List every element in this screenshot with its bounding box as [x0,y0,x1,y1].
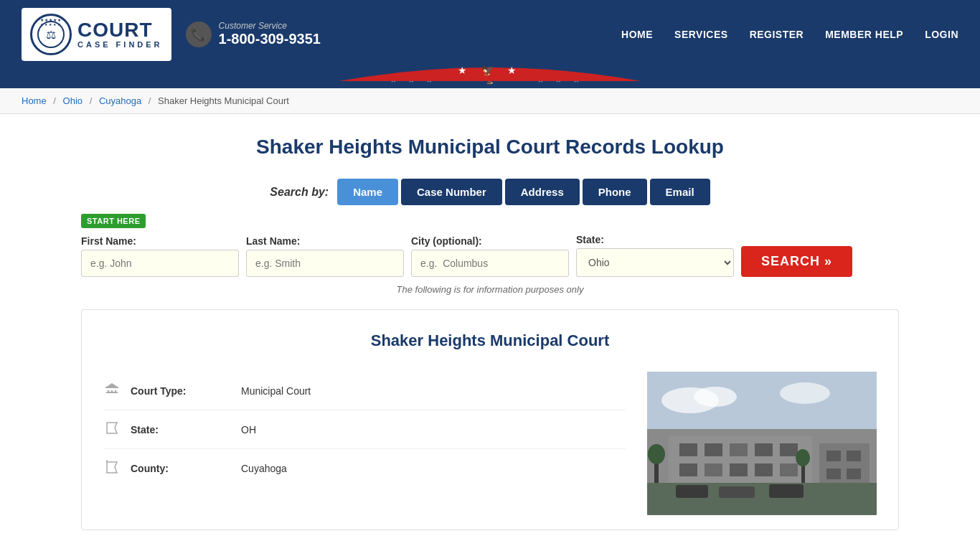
stars-eagle-strip: ★ ★ ★ 🦅 ★ ★ ★ [382,68,598,88]
court-building-image [647,372,877,515]
svg-point-50 [648,444,665,464]
county-icon [103,459,121,477]
logo-brand-bottom: CASE FINDER [77,40,163,49]
svg-rect-48 [769,484,804,498]
stars-strip: ★ ★ ★ 🦅 ★ ★ ★ [0,68,980,88]
svg-rect-35 [679,463,697,476]
svg-rect-16 [115,390,116,392]
svg-rect-15 [111,390,113,392]
svg-marker-21 [107,462,117,473]
search-by-label: Search by: [270,186,329,199]
state-select[interactable]: Ohio Alabama Alaska Arizona Arkansas Cal… [576,248,734,277]
svg-rect-30 [679,443,697,456]
customer-service-label: Customer Service [219,21,321,31]
svg-rect-33 [755,443,773,456]
svg-rect-42 [847,451,861,461]
first-name-label: First Name: [81,235,239,247]
state-icon [103,420,121,438]
svg-rect-14 [108,390,109,392]
logo: ⚖ ★★★★★ COURT CASE FINDER [22,8,171,61]
phone-number: 1-800-309-9351 [219,31,321,47]
city-input[interactable] [411,250,569,277]
tab-phone[interactable]: Phone [583,179,647,205]
svg-rect-34 [780,443,798,456]
tab-email[interactable]: Email [650,179,710,205]
state-group: State: Ohio Alabama Alaska Arizona Arkan… [576,234,734,277]
header-phone: 📞 Customer Service 1-800-309-9351 [186,21,321,47]
svg-rect-13 [106,392,118,393]
svg-rect-31 [705,443,722,456]
svg-text:★: ★ [425,75,433,85]
main-content: Shaker Heights Municipal Court Records L… [60,114,920,545]
svg-rect-32 [730,443,748,456]
breadcrumb-sep-1: / [53,95,56,106]
nav-member-help[interactable]: MEMBER HELP [825,29,903,40]
court-card: Shaker Heights Municipal Court Court Typ… [81,309,899,530]
svg-text:★★★★★: ★★★★★ [40,22,62,27]
last-name-label: Last Name: [246,235,404,247]
breadcrumb-sep-3: / [149,95,151,106]
first-name-input[interactable] [81,250,239,277]
first-name-group: First Name: [81,235,239,277]
phone-icon: 📞 [186,22,212,47]
breadcrumb-cuyahoga[interactable]: Cuyahoga [99,95,141,106]
logo-emblem: ⚖ ★★★★★ [30,14,72,55]
state-label: State: [576,234,734,245]
table-row: State: OH [103,410,626,449]
nav-login[interactable]: LOGIN [925,29,958,40]
header-nav: HOME SERVICES REGISTER MEMBER HELP LOGIN [621,29,958,40]
county-label: County: [131,463,231,474]
table-row: County: Cuyahoga [103,449,626,487]
logo-text: COURT CASE FINDER [77,20,163,49]
court-info-table: Court Type: Municipal Court State: OH Co… [103,372,626,515]
svg-rect-44 [847,468,861,479]
svg-text:🦅: 🦅 [484,73,497,85]
breadcrumb-ohio[interactable]: Ohio [63,95,83,106]
svg-rect-38 [755,463,773,476]
svg-text:★: ★ [555,75,562,85]
search-button[interactable]: SEARCH » [741,246,852,277]
svg-text:★: ★ [573,75,580,85]
start-here-label: START HERE [81,214,899,234]
table-row: Court Type: Municipal Court [103,372,626,410]
svg-point-26 [780,382,830,404]
svg-rect-43 [826,468,841,479]
svg-rect-37 [730,463,748,476]
svg-text:★: ★ [407,75,415,85]
search-form: First Name: Last Name: City (optional): … [81,234,899,277]
breadcrumb: Home / Ohio / Cuyahoga / Shaker Heights … [0,88,980,114]
city-label: City (optional): [411,235,569,247]
search-tabs: Name Case Number Address Phone Email [337,179,710,205]
court-type-value: Municipal Court [241,385,311,397]
svg-rect-46 [676,485,708,498]
logo-brand-top: COURT [77,20,163,40]
court-type-icon [103,382,121,400]
svg-marker-20 [107,423,117,433]
breadcrumb-current: Shaker Heights Municipal Court [158,95,289,106]
svg-rect-39 [780,463,798,476]
state-value: OH [241,424,256,435]
tab-case-number[interactable]: Case Number [401,179,502,205]
city-group: City (optional): [411,235,569,277]
tab-address[interactable]: Address [505,179,580,205]
state-label-row: State: [131,424,231,435]
header-left: ⚖ ★★★★★ COURT CASE FINDER 📞 Customer Ser… [22,8,321,61]
court-card-title: Shaker Heights Municipal Court [103,331,877,350]
breadcrumb-sep-2: / [90,95,93,106]
tab-name[interactable]: Name [337,179,398,205]
court-card-body: Court Type: Municipal Court State: OH Co… [103,372,877,515]
svg-rect-36 [705,463,722,476]
nav-home[interactable]: HOME [621,29,653,40]
svg-rect-41 [826,451,841,461]
county-value: Cuyahoga [241,463,287,474]
nav-register[interactable]: REGISTER [750,29,804,40]
svg-text:⚖: ⚖ [46,29,56,41]
breadcrumb-home[interactable]: Home [22,95,47,106]
header: ⚖ ★★★★★ COURT CASE FINDER 📞 Customer Ser… [0,0,980,68]
svg-text:★: ★ [537,75,545,85]
search-by-row: Search by: Name Case Number Address Phon… [81,179,899,205]
svg-marker-19 [105,383,118,387]
last-name-input[interactable] [246,250,404,277]
nav-services[interactable]: SERVICES [674,29,728,40]
svg-point-25 [694,387,737,407]
